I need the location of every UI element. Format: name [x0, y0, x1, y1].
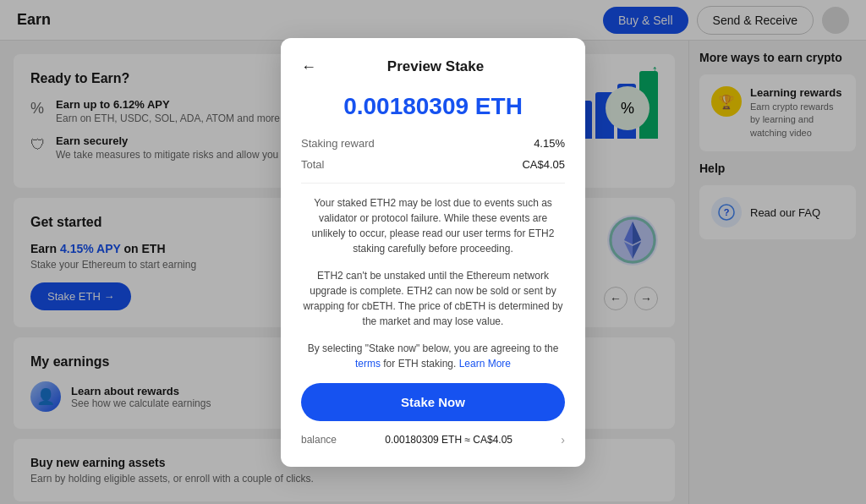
modal-warning-1: Your staked ETH2 may be lost due to even… — [301, 195, 565, 256]
total-value: CA$4.05 — [522, 158, 565, 171]
staking-reward-label: Staking reward — [301, 137, 375, 150]
modal-balance-row: balance 0.00180309 ETH ≈ CA$4.05 › — [301, 433, 565, 446]
total-label: Total — [301, 158, 324, 171]
learn-more-link[interactable]: Learn More — [459, 358, 511, 370]
terms-link[interactable]: terms — [355, 358, 381, 370]
staking-reward-value: 4.15% — [534, 137, 565, 150]
balance-value: 0.00180309 ETH ≈ CA$4.05 — [385, 434, 512, 446]
total-row: Total CA$4.05 — [301, 158, 565, 171]
preview-stake-modal: ← Preview Stake 0.00180309 ETH Staking r… — [281, 38, 585, 467]
modal-warning-2: ETH2 can't be unstaked until the Ethereu… — [301, 268, 565, 329]
modal-overlay[interactable]: ← Preview Stake 0.00180309 ETH Staking r… — [0, 0, 866, 504]
modal-title: Preview Stake — [326, 58, 545, 75]
modal-back-button[interactable]: ← — [301, 58, 316, 76]
modal-agree-text: By selecting "Stake now" below, you are … — [301, 341, 565, 371]
modal-amount: 0.00180309 ETH — [301, 93, 565, 120]
stake-now-button[interactable]: Stake Now — [301, 383, 565, 421]
modal-divider-1 — [301, 183, 565, 184]
chevron-right-icon: › — [561, 433, 565, 446]
main-layout: Ready to Earn? % Earn up to 6.12% APY Ea… — [0, 41, 866, 504]
balance-label: balance — [301, 434, 337, 446]
modal-header: ← Preview Stake — [301, 58, 565, 76]
staking-reward-row: Staking reward 4.15% — [301, 137, 565, 150]
